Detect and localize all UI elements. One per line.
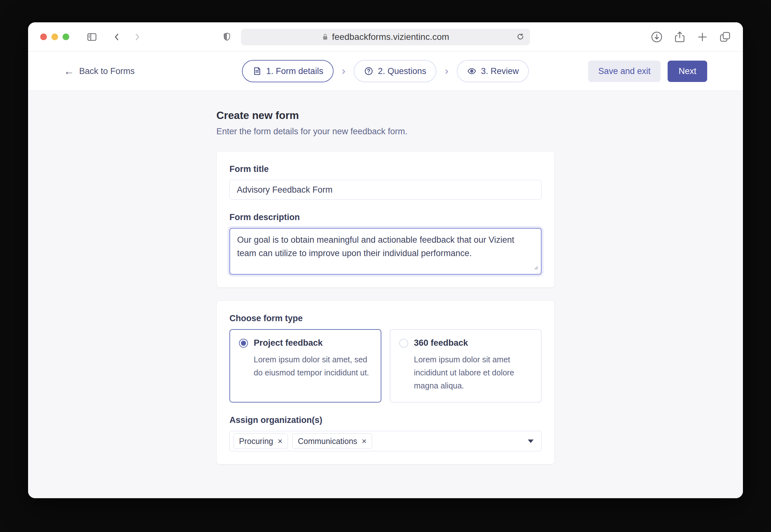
remove-tag-icon[interactable]: × bbox=[361, 437, 366, 445]
form-type-card: Choose form type Project feedback Lorem … bbox=[216, 300, 555, 464]
org-tag-label: Procuring bbox=[239, 437, 273, 446]
step-review[interactable]: 3. Review bbox=[457, 60, 529, 82]
url-text: feedbackforms.vizientinc.com bbox=[332, 32, 449, 42]
remove-tag-icon[interactable]: × bbox=[278, 437, 282, 445]
eye-icon bbox=[467, 66, 477, 76]
next-button[interactable]: Next bbox=[668, 61, 707, 82]
option-360-feedback[interactable]: 360 feedback Lorem ipsum dolor sit amet … bbox=[390, 329, 542, 403]
new-tab-icon[interactable] bbox=[696, 31, 708, 43]
step-label: 2. Questions bbox=[378, 66, 426, 76]
option-title: 360 feedback bbox=[414, 338, 468, 348]
step-label: 3. Review bbox=[481, 66, 519, 76]
step-questions[interactable]: 2. Questions bbox=[353, 60, 437, 82]
minimize-window-button[interactable] bbox=[51, 33, 58, 40]
main-content: Create new form Enter the form details f… bbox=[28, 91, 743, 498]
zoom-window-button[interactable] bbox=[63, 33, 69, 40]
back-link-label: Back to Forms bbox=[79, 66, 135, 76]
form-details-card: Form title Form description Our goal is … bbox=[216, 151, 555, 288]
step-form-details[interactable]: 1. Form details bbox=[242, 60, 333, 82]
chevron-right-icon: › bbox=[445, 65, 449, 77]
form-description-label: Form description bbox=[229, 212, 542, 222]
traffic-lights bbox=[40, 33, 69, 40]
document-icon bbox=[252, 66, 262, 76]
option-description: Lorem ipsum dolor sit amet incididunt ut… bbox=[399, 353, 532, 392]
radio-unselected-icon[interactable] bbox=[399, 339, 408, 348]
downloads-icon[interactable] bbox=[650, 31, 663, 43]
stepper: 1. Form details › 2. Questions › bbox=[242, 60, 529, 82]
forward-chevron-icon[interactable] bbox=[132, 32, 142, 42]
form-description-textarea[interactable]: Our goal is to obtain meaningful and act… bbox=[229, 228, 542, 275]
sidebar-toggle-icon[interactable] bbox=[86, 32, 97, 42]
question-circle-icon bbox=[364, 66, 373, 76]
assign-organizations-label: Assign organization(s) bbox=[229, 415, 542, 425]
page-subtitle: Enter the form details for your new feed… bbox=[216, 127, 555, 137]
back-arrow-icon: ← bbox=[64, 66, 74, 76]
chevron-right-icon: › bbox=[342, 65, 345, 77]
page-header: ← Back to Forms 1. Form details › bbox=[28, 52, 743, 91]
option-description: Lorem ipsum dolor sit amet, sed do eiusm… bbox=[239, 353, 372, 379]
option-title: Project feedback bbox=[254, 338, 322, 348]
form-title-input[interactable] bbox=[229, 180, 542, 200]
step-label: 1. Form details bbox=[266, 66, 323, 76]
back-chevron-icon[interactable] bbox=[112, 32, 122, 42]
radio-selected-icon[interactable] bbox=[239, 339, 248, 348]
option-project-feedback[interactable]: Project feedback Lorem ipsum dolor sit a… bbox=[229, 329, 381, 403]
browser-toolbar: feedbackforms.vizientinc.com bbox=[28, 22, 743, 52]
form-title-label: Form title bbox=[229, 164, 542, 174]
lock-icon bbox=[322, 33, 329, 41]
dropdown-caret-icon[interactable] bbox=[528, 440, 534, 443]
address-bar[interactable]: feedbackforms.vizientinc.com bbox=[241, 29, 530, 45]
close-window-button[interactable] bbox=[40, 33, 47, 40]
save-and-exit-button[interactable]: Save and exit bbox=[588, 61, 661, 82]
org-tag: Procuring × bbox=[233, 433, 288, 449]
back-to-forms-link[interactable]: ← Back to Forms bbox=[64, 66, 135, 76]
org-tag-label: Communications bbox=[298, 437, 357, 446]
choose-form-type-label: Choose form type bbox=[229, 314, 542, 323]
browser-window: feedbackforms.vizientinc.com bbox=[28, 22, 743, 498]
organizations-multiselect[interactable]: Procuring × Communications × bbox=[229, 431, 542, 451]
page-title: Create new form bbox=[216, 109, 555, 122]
tab-overview-icon[interactable] bbox=[719, 31, 731, 43]
org-tag: Communications × bbox=[292, 433, 372, 449]
shield-icon[interactable] bbox=[222, 32, 232, 42]
reload-icon[interactable] bbox=[516, 33, 525, 41]
share-icon[interactable] bbox=[673, 31, 686, 43]
